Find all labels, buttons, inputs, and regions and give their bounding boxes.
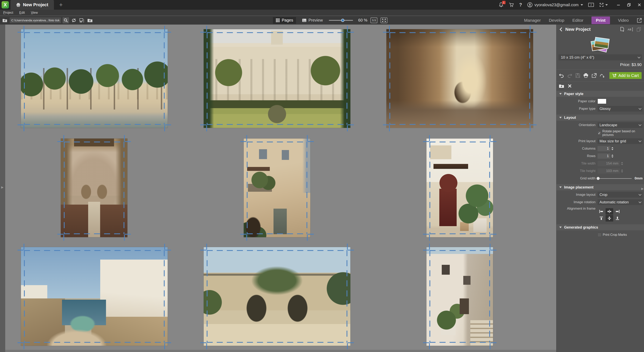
restore-button[interactable] <box>627 3 631 7</box>
print-page-9[interactable] <box>426 247 493 346</box>
align-right-button[interactable] <box>614 208 621 215</box>
image-layout-dropdown[interactable]: Crop <box>598 192 642 198</box>
nav-print[interactable]: Print <box>592 17 610 24</box>
new-folder-icon[interactable] <box>87 17 93 23</box>
rows-label: Rows <box>558 154 596 158</box>
collapse-icon <box>559 117 562 118</box>
columns-input[interactable]: 1 <box>598 146 610 151</box>
account-menu[interactable]: vyoralova23@gmail.com <box>527 2 583 8</box>
print-crop-marks-checkbox[interactable] <box>598 233 602 237</box>
print-layout-dropdown[interactable]: Max size for grid <box>598 138 642 144</box>
new-tab-button[interactable]: + <box>59 2 63 8</box>
cart-button[interactable] <box>509 3 514 7</box>
close-button[interactable] <box>638 3 641 7</box>
expand-left-panel-handle[interactable]: ▶ <box>1 186 4 189</box>
paper-type-dropdown[interactable]: Glossy <box>598 106 642 112</box>
page-selection-marquee <box>247 142 307 234</box>
tile-width-label: Tile width <box>558 162 596 166</box>
notifications-button[interactable]: 1 <box>499 2 504 8</box>
align-left-button[interactable] <box>598 208 605 215</box>
orientation-dropdown[interactable]: Landscape <box>598 122 642 128</box>
rotate-paper-label: Rotate paper based on pictures <box>602 130 642 137</box>
collapse-right-panel-handle[interactable]: ▶ <box>641 187 644 190</box>
rotate-paper-checkbox[interactable]: ✓ <box>598 131 601 135</box>
paper-color-label: Paper color <box>558 99 596 103</box>
minimize-button[interactable] <box>617 3 620 7</box>
second-monitor-button[interactable]: 2 <box>588 3 594 7</box>
section-paper-style[interactable]: Paper style <box>556 91 644 97</box>
menu-project[interactable]: Project <box>3 11 13 15</box>
section-generated-graphics[interactable]: Generated graphics <box>556 224 644 230</box>
menu-bar: Project Edit View <box>0 10 644 16</box>
fullscreen-button[interactable] <box>599 3 608 7</box>
nav-manager[interactable]: Manager <box>524 18 541 23</box>
align-top-button[interactable] <box>598 215 605 221</box>
back-button[interactable] <box>559 27 562 32</box>
search-icon[interactable] <box>62 17 69 23</box>
left-panel-collapsed[interactable]: ▶ <box>0 25 5 352</box>
print-page-2[interactable] <box>204 29 350 128</box>
align-bottom-button[interactable] <box>614 215 621 221</box>
redo-button[interactable] <box>567 73 572 78</box>
add-folder-icon[interactable] <box>559 84 564 88</box>
print-page-3[interactable] <box>386 29 533 128</box>
refresh-icon[interactable] <box>71 17 77 23</box>
sort-icon[interactable]: AZ <box>79 17 85 23</box>
rows-stepper[interactable] <box>610 154 614 158</box>
image-icon <box>302 19 306 22</box>
paper-size-dropdown[interactable]: 10 x 15 cm (4" x 6") <box>558 54 642 60</box>
paper-color-swatch[interactable] <box>598 99 606 104</box>
horizontal-scrollbar[interactable] <box>5 350 556 352</box>
print-page-4[interactable] <box>61 139 128 237</box>
share-button[interactable] <box>592 73 597 78</box>
paper-type-label: Paper type <box>558 107 596 111</box>
print-button[interactable] <box>583 73 588 78</box>
nav-editor[interactable]: Editor <box>572 18 584 23</box>
fit-to-screen-button[interactable] <box>380 18 388 23</box>
print-pages-canvas[interactable] <box>5 25 556 352</box>
grid-width-slider[interactable] <box>598 178 632 179</box>
image-rotation-dropdown[interactable]: Automatic rotation <box>598 199 642 205</box>
zoom-slider-handle[interactable] <box>341 19 344 22</box>
actual-size-button[interactable]: 1:1 <box>370 18 377 23</box>
chevron-down-icon <box>638 56 640 58</box>
plotter-export-icon[interactable] <box>600 73 605 78</box>
print-page-6[interactable] <box>426 139 493 237</box>
image-rotation-label: Image rotation <box>558 200 596 204</box>
preview-view-button[interactable]: Preview <box>299 17 326 24</box>
menu-edit[interactable]: Edit <box>19 11 25 15</box>
page-selection-marquee <box>430 142 490 234</box>
panel-title: New Project <box>565 27 591 32</box>
menu-view[interactable]: View <box>31 11 38 15</box>
grid-width-slider-handle[interactable] <box>597 177 600 180</box>
project-tab[interactable]: New Project <box>10 0 54 10</box>
path-input[interactable]: C:\Users\vanda.vyoralova...\foto tisk <box>10 17 61 23</box>
print-page-5[interactable] <box>244 139 310 237</box>
nav-develop[interactable]: Develop <box>549 18 564 23</box>
columns-stepper[interactable] <box>610 147 614 150</box>
nav-video[interactable]: Video <box>618 18 629 23</box>
page-selection-marquee <box>64 142 124 234</box>
pages-view-button[interactable]: Pages <box>273 17 296 24</box>
add-to-cart-button[interactable]: Add to Cart <box>610 72 642 79</box>
app-window: X New Project + 1 ? vyoralova23@gmail.co… <box>0 0 644 352</box>
print-page-7[interactable] <box>21 247 168 346</box>
align-middle-vertical-button[interactable] <box>606 215 613 221</box>
section-layout[interactable]: Layout <box>556 115 644 121</box>
align-center-horizontal-button[interactable] <box>606 208 613 215</box>
remove-icon[interactable] <box>568 84 572 88</box>
export-icon[interactable] <box>637 18 642 23</box>
print-page-1[interactable] <box>21 29 168 128</box>
rename-project-icon[interactable]: AB <box>628 27 633 32</box>
section-image-placement[interactable]: Image placement <box>556 184 644 190</box>
save-button[interactable] <box>575 73 580 78</box>
folder-up-icon[interactable] <box>2 17 8 23</box>
new-page-icon[interactable] <box>620 27 624 32</box>
help-button[interactable]: ? <box>519 2 522 8</box>
undo-button[interactable] <box>559 73 564 78</box>
user-icon <box>527 2 532 8</box>
zoom-slider[interactable] <box>329 20 353 21</box>
print-page-8[interactable] <box>204 247 350 346</box>
rows-input[interactable]: 1 <box>598 153 610 159</box>
svg-text:Z: Z <box>83 21 84 23</box>
